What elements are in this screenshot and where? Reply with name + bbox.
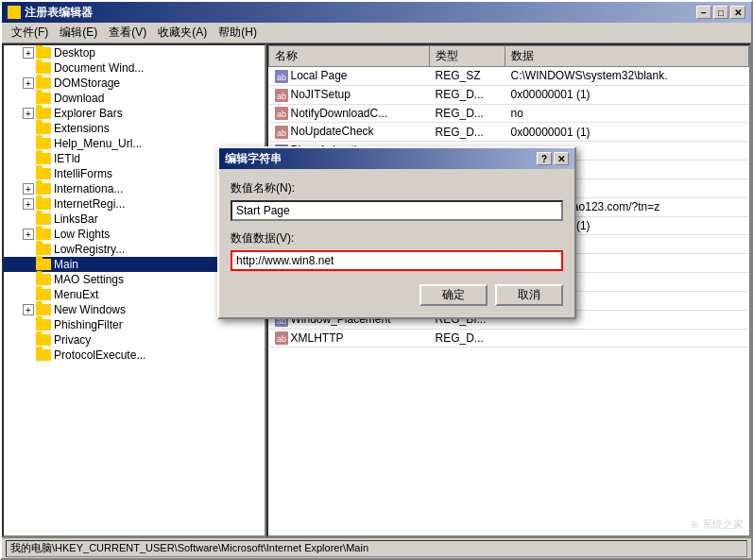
tree-label-explorerbars: Explorer Bars xyxy=(54,107,123,120)
tree-expander-internetregi[interactable]: + xyxy=(23,198,34,210)
reg-entry-data xyxy=(505,329,749,348)
dialog-name-input[interactable] xyxy=(231,200,563,221)
tree-item-documentwindow[interactable]: Document Wind... xyxy=(4,60,265,76)
app-icon xyxy=(8,6,21,19)
tree-item-desktop[interactable]: + Desktop xyxy=(4,45,265,60)
table-row[interactable]: abXMLHTTPREG_D... xyxy=(269,329,749,348)
menu-file[interactable]: 文件(F) xyxy=(6,23,54,42)
col-data[interactable]: 数据 xyxy=(505,46,749,67)
tree-item-extensions[interactable]: Extensions xyxy=(4,121,265,136)
table-row[interactable]: abNotifyDownloadC...REG_D...no xyxy=(269,104,749,123)
tree-label-desktop: Desktop xyxy=(54,46,95,59)
svg-text:ab: ab xyxy=(277,73,286,82)
table-row[interactable]: abNoJITSetupREG_D...0x00000001 (1) xyxy=(269,85,749,104)
title-buttons: − □ ✕ xyxy=(696,6,745,19)
folder-icon-privacy xyxy=(36,334,51,346)
tree-label-internetregi: InternetRegi... xyxy=(54,197,125,211)
dialog-title-buttons: ? ✕ xyxy=(537,152,569,165)
tree-expander-desktop[interactable]: + xyxy=(23,47,34,59)
dialog-title-bar: 编辑字符串 ? ✕ xyxy=(219,148,574,169)
folder-icon-ietld xyxy=(36,153,51,164)
folder-icon-linksbar xyxy=(36,213,51,225)
table-row[interactable]: abLocal PageREG_SZC:\WINDOWS\system32\bl… xyxy=(269,67,749,86)
folder-icon-internetregi xyxy=(36,198,51,210)
folder-icon-maosettings xyxy=(36,274,51,285)
status-path-text: 我的电脑\HKEY_CURRENT_USER\Software\Microsof… xyxy=(10,541,368,555)
folder-icon-newwindows xyxy=(36,304,51,315)
tree-label-lowregistry: LowRegistry... xyxy=(54,243,125,256)
tree-item-download[interactable]: Download xyxy=(4,91,265,106)
tree-expander-explorerbars[interactable]: + xyxy=(23,108,34,119)
folder-icon-lowrights xyxy=(36,229,51,240)
tree-item-explorerbars[interactable]: + Explorer Bars xyxy=(4,106,265,121)
menu-edit[interactable]: 编辑(E) xyxy=(54,23,103,42)
tree-label-internationa: Internationa... xyxy=(54,182,123,195)
dialog-close-button[interactable]: ✕ xyxy=(554,152,569,165)
dialog-ok-button[interactable]: 确定 xyxy=(419,284,488,306)
svg-text:ab: ab xyxy=(277,110,286,119)
folder-icon-intelliforms xyxy=(36,168,51,179)
tree-label-newwindows: New Windows xyxy=(54,303,126,316)
tree-label-extensions: Extensions xyxy=(54,122,110,135)
svg-text:ab: ab xyxy=(277,128,286,138)
folder-icon-menuext xyxy=(36,289,51,300)
folder-icon-phishingfilter xyxy=(36,319,51,331)
tree-label-domstorage: DOMStorage xyxy=(54,76,120,90)
folder-icon-helpmenu xyxy=(36,138,51,149)
reg-entry-type: REG_D... xyxy=(430,123,505,142)
col-type[interactable]: 类型 xyxy=(430,46,505,67)
status-bar: 我的电脑\HKEY_CURRENT_USER\Software\Microsof… xyxy=(2,537,751,558)
tree-expander-internationa[interactable]: + xyxy=(23,183,34,195)
folder-icon-desktop xyxy=(36,47,51,59)
folder-icon-domstorage xyxy=(36,77,51,89)
menu-help[interactable]: 帮助(H) xyxy=(213,23,263,42)
tree-label-menuext: MenuExt xyxy=(54,288,98,301)
dialog-title-text: 编辑字符串 xyxy=(225,151,282,167)
folder-icon-internationa xyxy=(36,183,51,195)
menu-view[interactable]: 查看(V) xyxy=(103,23,152,42)
close-button[interactable]: ✕ xyxy=(730,6,745,19)
tree-expander-newwindows[interactable]: + xyxy=(23,304,34,315)
minimize-button[interactable]: − xyxy=(696,6,711,19)
reg-entry-name: abLocal Page xyxy=(269,67,430,86)
tree-item-domstorage[interactable]: + DOMStorage xyxy=(4,76,265,91)
tree-label-main: Main xyxy=(54,258,78,271)
window-title: 注册表编辑器 xyxy=(25,5,93,21)
tree-label-phishingfilter: PhishingFilter xyxy=(54,318,123,331)
menu-favorites[interactable]: 收藏夹(A) xyxy=(152,23,213,42)
tree-expander-domstorage[interactable]: + xyxy=(23,77,34,89)
dialog-data-label: 数值数据(V): xyxy=(231,230,563,246)
tree-label-docwindow: Document Wind... xyxy=(54,61,144,75)
status-path: 我的电脑\HKEY_CURRENT_USER\Software\Microsof… xyxy=(6,540,747,557)
tree-expander-lowrights[interactable]: + xyxy=(23,229,34,240)
reg-entry-type: REG_SZ xyxy=(430,67,505,86)
reg-entry-name: abNoUpdateCheck xyxy=(269,123,430,142)
maximize-button[interactable]: □ xyxy=(713,6,728,19)
tree-item-phishingfilter[interactable]: PhishingFilter xyxy=(4,317,265,332)
col-name[interactable]: 名称 xyxy=(269,46,430,67)
tree-label-download: Download xyxy=(54,92,104,105)
edit-string-dialog: 编辑字符串 ? ✕ 数值名称(N): 数值数据(V): 确定 取消 xyxy=(217,146,576,319)
reg-entry-type: REG_D... xyxy=(430,329,505,348)
tree-label-protocolexecute: ProtocolExecute... xyxy=(54,348,145,362)
svg-text:ab: ab xyxy=(277,334,286,344)
reg-entry-type: REG_D... xyxy=(430,85,505,104)
dialog-cancel-button[interactable]: 取消 xyxy=(495,284,563,306)
reg-entry-type: REG_D... xyxy=(430,104,505,123)
tree-item-protocolexecute[interactable]: ProtocolExecute... xyxy=(4,348,265,363)
reg-entry-data: C:\WINDOWS\system32\blank. xyxy=(505,67,749,86)
menu-bar: 文件(F) 编辑(E) 查看(V) 收藏夹(A) 帮助(H) xyxy=(2,23,751,43)
reg-entry-name: abXMLHTTP xyxy=(269,329,430,348)
title-bar: 注册表编辑器 − □ ✕ xyxy=(2,2,751,23)
tree-label-linksbar: LinksBar xyxy=(54,212,98,226)
tree-label-ietld: IETld xyxy=(54,152,80,165)
dialog-help-button[interactable]: ? xyxy=(537,152,552,165)
tree-item-privacy[interactable]: Privacy xyxy=(4,332,265,348)
dialog-body: 数值名称(N): 数值数据(V): 确定 取消 xyxy=(219,169,574,317)
table-row[interactable]: abNoUpdateCheckREG_D...0x00000001 (1) xyxy=(269,123,749,142)
folder-icon-protocolexecute xyxy=(36,349,51,361)
tree-label-intelliforms: IntelliForms xyxy=(54,167,112,180)
reg-entry-data: no xyxy=(505,104,749,123)
tree-label-privacy: Privacy xyxy=(54,333,91,347)
dialog-data-input[interactable] xyxy=(231,250,563,271)
